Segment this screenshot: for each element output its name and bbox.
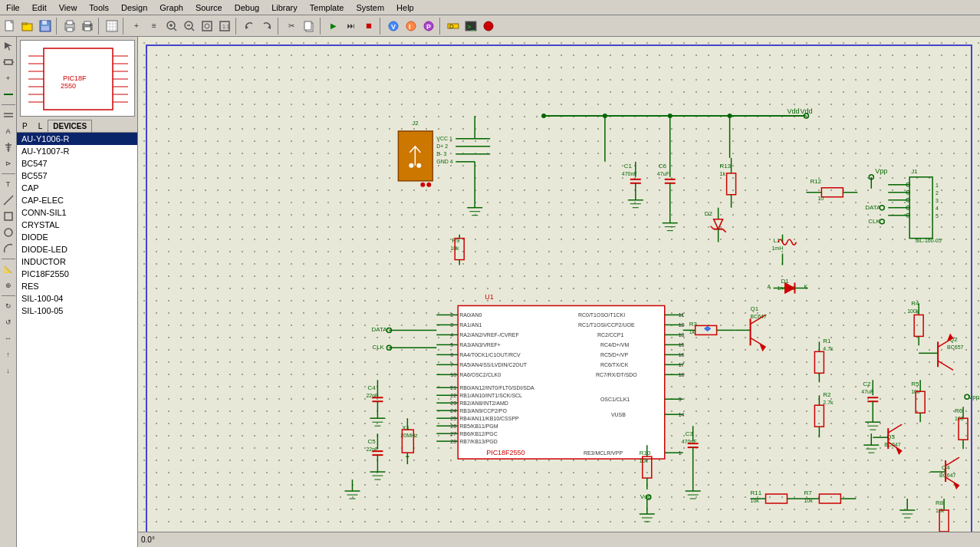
mirror-h[interactable]: ↔	[1, 331, 16, 346]
menu-edit[interactable]: Edit	[26, 2, 53, 14]
zoom-in-button[interactable]	[163, 18, 180, 35]
save-button[interactable]	[37, 18, 54, 35]
sim-stop-button[interactable]: ⏹	[360, 18, 377, 35]
svg-marker-130	[714, 219, 723, 229]
probe-power-button[interactable]: P	[420, 18, 437, 35]
zoom-out-button[interactable]	[181, 18, 198, 35]
svg-text:D- 3: D- 3	[436, 151, 446, 157]
rotate-ccw[interactable]: ↺	[1, 315, 16, 330]
sim-step-button[interactable]: ⏭	[343, 18, 360, 35]
svg-text:24: 24	[450, 408, 456, 414]
svg-text:3: 3	[936, 198, 939, 203]
redo-button[interactable]	[258, 18, 275, 35]
device-item-res[interactable]: RES	[17, 280, 137, 292]
sim-run-button[interactable]: ▶	[325, 18, 342, 35]
text-tool[interactable]: T	[1, 176, 16, 192]
svg-text:1:1: 1:1	[222, 24, 230, 29]
svg-text:R13: R13	[720, 163, 732, 170]
device-item-au-y1006-r[interactable]: AU-Y1006-R	[17, 133, 137, 145]
svg-rect-153	[909, 177, 932, 239]
tab-devices[interactable]: DEVICES	[48, 120, 92, 132]
svg-text:RA6/OSC2/CLK0: RA6/OSC2/CLK0	[459, 372, 501, 377]
new-button[interactable]	[2, 18, 18, 35]
digital-probe-button[interactable]: D	[445, 18, 462, 35]
device-item-cap[interactable]: CAP	[17, 182, 137, 194]
move-up[interactable]: ↑	[1, 347, 16, 362]
left-toolbar: + A ⊳ T 📐 ⊕ ↻ ↺ ↔ ↑	[0, 37, 17, 547]
menu-debug[interactable]: Debug	[229, 2, 265, 14]
print-setup-button[interactable]	[61, 18, 78, 35]
terminal-button[interactable]: >_	[462, 18, 479, 35]
menu-design[interactable]: Design	[115, 2, 153, 14]
undo-button[interactable]	[241, 18, 258, 35]
svg-text:RC6/TX/CK: RC6/TX/CK	[600, 362, 629, 367]
tab-p[interactable]: P	[17, 120, 33, 132]
device-item-pic18f2550[interactable]: PIC18F2550	[17, 268, 137, 280]
select-tool[interactable]	[1, 38, 16, 54]
probe-tool[interactable]: ⊕	[1, 278, 16, 293]
menu-graph[interactable]: Graph	[153, 2, 189, 14]
probe-voltage-button[interactable]: V	[385, 18, 402, 35]
svg-rect-303	[814, 405, 824, 427]
print-button[interactable]	[79, 18, 96, 35]
line-tool[interactable]	[1, 193, 16, 208]
device-item-bc547[interactable]: BC547	[17, 157, 137, 170]
bus-tool[interactable]	[1, 107, 16, 123]
arc-tool[interactable]	[1, 241, 16, 256]
device-item-inductor[interactable]: INDUCTOR	[17, 255, 137, 268]
port-tool[interactable]: ⊳	[1, 156, 16, 171]
circuit-diagram[interactable]: Vdd J2 VCC 1 D+ 2 D- 3 GND 4	[138, 37, 980, 547]
menu-file[interactable]: File	[0, 2, 26, 14]
junction-tool[interactable]: +	[1, 71, 16, 86]
add-wire-button[interactable]: +	[128, 18, 145, 35]
svg-rect-284	[914, 315, 923, 336]
svg-text:Vpp: Vpp	[875, 167, 887, 175]
svg-text:Q1: Q1	[751, 305, 759, 312]
tab-l[interactable]: L	[33, 120, 48, 132]
add-bus-button[interactable]: ≡	[146, 18, 163, 35]
probe-current-button[interactable]: I	[403, 18, 419, 35]
device-item-conn-sil1[interactable]: CONN-SIL1	[17, 206, 137, 219]
menu-library[interactable]: Library	[265, 2, 304, 14]
device-item-diode[interactable]: DIODE	[17, 231, 137, 243]
zoom-100-button[interactable]: 1:1	[216, 18, 233, 35]
svg-text:RC4/D+/VM: RC4/D+/VM	[600, 342, 630, 348]
wire-tool[interactable]	[1, 87, 16, 102]
grid-button[interactable]	[104, 18, 120, 35]
device-item-au-y1007-r[interactable]: AU-Y1007-R	[17, 145, 137, 157]
svg-rect-336	[939, 510, 949, 532]
device-item-bc557[interactable]: BC557	[17, 170, 137, 182]
device-list: AU-Y1006-R AU-Y1007-R BC547 BC557 CAP CA…	[17, 133, 137, 547]
component-tool[interactable]	[1, 54, 16, 70]
schematic-area[interactable]: Vdd J2 VCC 1 D+ 2 D- 3 GND 4	[138, 37, 980, 547]
circle-tool[interactable]	[1, 225, 16, 240]
svg-text:21: 21	[450, 385, 456, 390]
zoom-fit-button[interactable]	[199, 18, 215, 35]
device-item-cap-elec[interactable]: CAP-ELEC	[17, 194, 137, 206]
menu-template[interactable]: Template	[304, 2, 350, 14]
net-label-tool[interactable]: A	[1, 124, 16, 139]
copy-button[interactable]	[301, 18, 317, 35]
device-item-sil-100-04[interactable]: SIL-100-04	[17, 292, 137, 305]
menu-view[interactable]: View	[53, 2, 84, 14]
open-button[interactable]	[19, 18, 36, 35]
cut-button[interactable]: ✂	[283, 18, 300, 35]
measure-tool[interactable]: 📐	[1, 262, 16, 277]
record-button[interactable]	[480, 18, 497, 35]
svg-text:11: 11	[679, 312, 685, 318]
power-tool[interactable]	[1, 140, 16, 155]
svg-text:14: 14	[679, 412, 685, 417]
device-item-sil-100-05[interactable]: SIL-100-05	[17, 305, 137, 317]
device-item-diode-led[interactable]: DIODE-LED	[17, 243, 137, 255]
svg-marker-268	[705, 326, 711, 331]
menu-source[interactable]: Source	[189, 2, 229, 14]
box-tool[interactable]	[1, 209, 16, 224]
menu-system[interactable]: System	[350, 2, 390, 14]
rotate-cw[interactable]: ↻	[1, 298, 16, 314]
menu-tools[interactable]: Tools	[83, 2, 115, 14]
move-down[interactable]: ↓	[1, 363, 16, 378]
sep6	[320, 18, 323, 35]
device-item-crystal[interactable]: CRYSTAL	[17, 219, 137, 231]
sep1	[56, 18, 59, 35]
menu-help[interactable]: Help	[390, 2, 420, 14]
